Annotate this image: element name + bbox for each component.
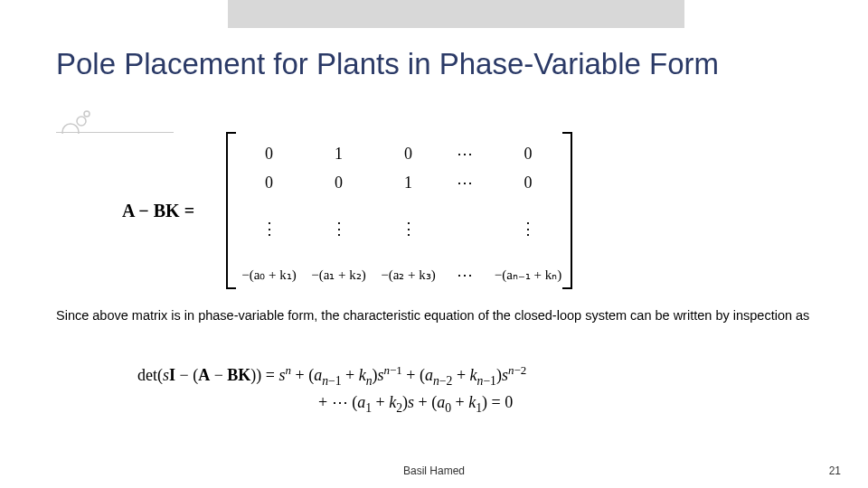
matrix-cell: 0 — [486, 139, 571, 168]
footer-page-number: 21 — [829, 465, 841, 477]
title-underline — [56, 132, 174, 133]
table-row: −(a₀ + k₁) −(a₁ + k₂) −(a₂ + k₃) ⋯ −(aₙ₋… — [234, 260, 571, 289]
matrix-cell: ⋯ — [443, 168, 486, 197]
matrix-cell: ⋮ — [234, 197, 304, 260]
footer-author: Basil Hamed — [0, 465, 868, 477]
table-row: ⋮ ⋮ ⋮ ⋮ — [234, 197, 571, 260]
top-accent-bar — [228, 0, 684, 28]
characteristic-equation: det(sI − (A − BK)) = sn + (an−1 + kn)sn−… — [137, 361, 526, 418]
matrix-cell: 1 — [304, 139, 373, 168]
title-decoration-icon — [56, 98, 92, 134]
table-row: 0 1 0 ⋯ 0 — [234, 139, 571, 168]
matrix-cell: −(a₂ + k₃) — [373, 260, 443, 289]
matrix-cell: 0 — [234, 168, 304, 197]
matrix-cell: 0 — [234, 139, 304, 168]
matrix-cell — [443, 197, 486, 260]
matrix-prefix: A − BK = — [122, 201, 194, 221]
matrix-cell: −(a₀ + k₁) — [234, 260, 304, 289]
equation-line-2: + ⋯ (a1 + k2)s + (a0 + k1) = 0 — [137, 390, 526, 418]
matrix-cell: ⋮ — [304, 197, 373, 260]
matrix-cell: 0 — [304, 168, 373, 197]
matrix-cell: ⋮ — [486, 197, 571, 260]
matrix-cell: −(aₙ₋₁ + kₙ) — [486, 260, 571, 289]
svg-point-2 — [84, 111, 90, 117]
matrix-cell: 0 — [373, 139, 443, 168]
matrix-body: 0 1 0 ⋯ 0 0 0 1 ⋯ 0 ⋮ ⋮ ⋮ ⋮ −(a₀ + k₁) −… — [234, 139, 571, 289]
svg-point-1 — [77, 117, 86, 126]
matrix-cell: ⋯ — [443, 260, 486, 289]
matrix-cell: ⋮ — [373, 197, 443, 260]
body-paragraph: Since above matrix is in phase-variable … — [56, 307, 816, 324]
slide-title: Pole Placement for Plants in Phase-Varia… — [56, 47, 719, 81]
matrix-cell: −(a₁ + k₂) — [304, 260, 373, 289]
equation-line-1: det(sI − (A − BK)) = sn + (an−1 + kn)sn−… — [137, 361, 526, 390]
table-row: 0 0 1 ⋯ 0 — [234, 168, 571, 197]
matrix-cell: ⋯ — [443, 139, 486, 168]
matrix-cell: 1 — [373, 168, 443, 197]
matrix-cell: 0 — [486, 168, 571, 197]
